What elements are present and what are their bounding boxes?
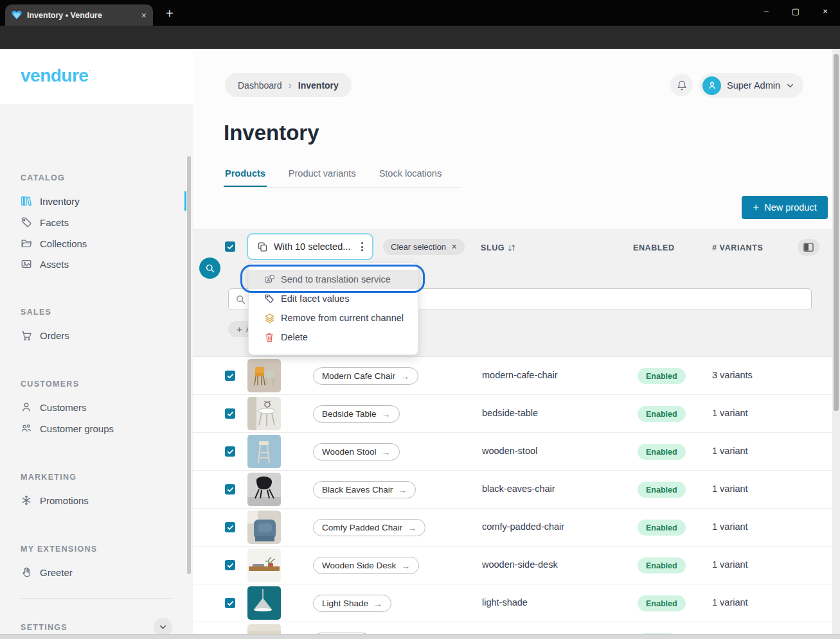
- product-slug: light-shade: [482, 597, 528, 608]
- sidebar-scrollbar[interactable]: [187, 156, 191, 574]
- page-scrollbar[interactable]: [832, 49, 840, 639]
- section-sales: SALES: [21, 308, 51, 317]
- breadcrumb-dashboard[interactable]: Dashboard: [238, 80, 282, 91]
- row-checkbox[interactable]: [225, 484, 235, 495]
- sidebar: vendure´ CATALOG Inventory Facets: [0, 49, 193, 639]
- row-checkbox[interactable]: [225, 446, 235, 457]
- table-row: Wooden Stool→ wooden-stool Enabled 1 var…: [193, 433, 832, 471]
- sidebar-item-label: Orders: [40, 330, 69, 341]
- tab-stock-locations[interactable]: Stock locations: [378, 163, 443, 187]
- product-slug: modern-cafe-chair: [482, 370, 558, 380]
- tab-product-variants[interactable]: Product variants: [287, 163, 357, 187]
- window-minimize-button[interactable]: –: [751, 0, 781, 22]
- sidebar-item-customers[interactable]: Customers: [21, 398, 87, 417]
- section-settings: SETTINGS: [21, 623, 67, 632]
- section-customers: CUSTOMERS: [21, 380, 79, 389]
- product-name-chip[interactable]: Bedside Table→: [313, 405, 400, 423]
- clear-selection-button[interactable]: Clear selection ✕: [383, 239, 465, 255]
- tab-products[interactable]: Products: [224, 163, 267, 187]
- status-badge: Enabled: [638, 444, 686, 460]
- product-name-chip[interactable]: Comfy Padded Chair→: [313, 519, 425, 536]
- status-badge: Enabled: [638, 406, 686, 422]
- search-toggle-button[interactable]: [199, 258, 220, 279]
- sidebar-item-label: Promotions: [40, 495, 89, 506]
- sidebar-item-inventory[interactable]: Inventory: [21, 191, 80, 211]
- window-close-button[interactable]: ×: [810, 0, 840, 22]
- breadcrumb-chevron-icon: ›: [289, 80, 292, 91]
- scrollbar-thumb[interactable]: [834, 54, 839, 411]
- select-all-checkbox[interactable]: [225, 241, 235, 252]
- sidebar-nav: CATALOG Inventory Facets Collections: [0, 104, 193, 639]
- product-thumbnail: [247, 511, 281, 544]
- variant-count: 1 variant: [712, 446, 748, 456]
- menu-item-remove-from-channel[interactable]: Remove from current channel: [249, 308, 418, 328]
- tag-icon: [264, 293, 275, 304]
- tab-close-icon[interactable]: ×: [141, 10, 147, 21]
- column-picker-button[interactable]: [798, 239, 819, 256]
- product-name-chip[interactable]: Light Shade→: [313, 595, 391, 612]
- status-badge: Enabled: [638, 482, 686, 498]
- bulk-actions-menu: A Send to translation service Edit facet…: [248, 263, 418, 355]
- product-name-chip[interactable]: Wooden Stool→: [313, 443, 400, 460]
- product-name-chip[interactable]: Black Eaves Chair→: [313, 481, 416, 498]
- search-icon: [235, 294, 246, 305]
- variant-count: 3 variants: [712, 370, 753, 380]
- product-name-chip[interactable]: Modern Cafe Chair→: [313, 367, 418, 385]
- layers-icon: [264, 313, 275, 324]
- copy-icon: [257, 241, 268, 252]
- browser-titlebar: Inventory • Vendure × + – ▢ ×: [0, 0, 840, 26]
- page-title: Inventory: [224, 121, 319, 145]
- section-my-extensions: MY EXTENSIONS: [21, 545, 97, 554]
- variant-count: 1 variant: [712, 559, 748, 570]
- image-icon: [21, 258, 32, 270]
- new-product-button[interactable]: + New product: [742, 196, 828, 219]
- bulk-actions-button[interactable]: With 10 selected...: [247, 233, 373, 260]
- product-thumbnail: [247, 548, 281, 582]
- product-slug: wooden-stool: [482, 446, 537, 456]
- table-row: Wooden Side Desk→ wooden-side-desk Enabl…: [193, 547, 832, 584]
- arrow-right-icon: →: [398, 485, 407, 495]
- folder-icon: [21, 238, 32, 249]
- user-menu[interactable]: Super Admin: [699, 73, 803, 98]
- row-checkbox[interactable]: [225, 560, 235, 570]
- sidebar-item-greeter[interactable]: Greeter: [21, 563, 73, 582]
- kebab-menu-icon[interactable]: [359, 241, 366, 252]
- menu-item-delete[interactable]: Delete: [249, 328, 418, 347]
- snowflake-icon: [21, 495, 32, 506]
- product-thumbnail: [247, 473, 281, 506]
- product-name-chip[interactable]: Wooden Side Desk→: [313, 557, 419, 574]
- tag-icon: [21, 216, 32, 228]
- columns-icon: [803, 243, 814, 252]
- row-checkbox[interactable]: [225, 522, 235, 532]
- row-checkbox[interactable]: [225, 408, 235, 419]
- check-icon: [227, 243, 234, 250]
- menu-item-edit-facet-values[interactable]: Edit facet values: [249, 289, 418, 308]
- row-checkbox[interactable]: [225, 371, 235, 381]
- browser-tab[interactable]: Inventory • Vendure ×: [5, 4, 153, 26]
- new-tab-button[interactable]: +: [166, 6, 174, 21]
- menu-item-send-to-translation[interactable]: A Send to translation service: [249, 270, 418, 289]
- chevron-down-icon: [159, 623, 167, 631]
- notifications-button[interactable]: [670, 74, 693, 96]
- row-checkbox[interactable]: [225, 598, 235, 608]
- window-maximize-button[interactable]: ▢: [781, 0, 810, 22]
- sidebar-item-collections[interactable]: Collections: [21, 234, 87, 253]
- breadcrumb-inventory: Inventory: [298, 80, 339, 91]
- product-thumbnail: [247, 397, 281, 430]
- variant-count: 1 variant: [712, 521, 748, 532]
- sidebar-item-promotions[interactable]: Promotions: [21, 491, 89, 510]
- sidebar-item-customer-groups[interactable]: Customer groups: [21, 419, 114, 438]
- vendure-logo[interactable]: vendure´: [21, 66, 90, 86]
- cart-icon: [21, 329, 32, 341]
- sidebar-item-facets[interactable]: Facets: [21, 213, 69, 232]
- sidebar-divider: [21, 598, 172, 599]
- sidebar-item-label: Inventory: [40, 196, 80, 207]
- product-thumbnail: [247, 586, 281, 620]
- chevron-down-icon: [786, 82, 794, 90]
- sidebar-item-assets[interactable]: Assets: [21, 254, 69, 274]
- sidebar-item-label: Facets: [40, 217, 69, 228]
- column-header-slug[interactable]: SLUG: [481, 243, 516, 252]
- books-icon: [21, 195, 32, 207]
- browser-toolbar: localhost:3000/admin/catalog/inventory: [0, 26, 840, 49]
- sidebar-item-orders[interactable]: Orders: [21, 326, 69, 345]
